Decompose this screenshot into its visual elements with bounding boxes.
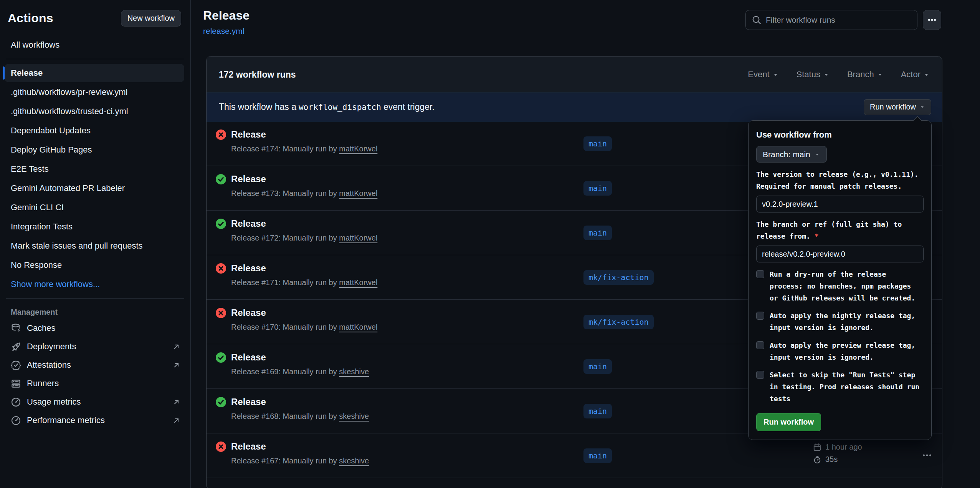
actor-link[interactable]: mattKorwel bbox=[339, 144, 377, 153]
sidebar-management-item[interactable]: Caches bbox=[0, 319, 190, 337]
sidebar-workflow-item[interactable]: Integration Tests bbox=[5, 217, 184, 236]
banner-text: This workflow has aworkflow_dispatcheven… bbox=[219, 102, 435, 112]
run-kebab-button[interactable] bbox=[922, 450, 932, 461]
success-icon bbox=[216, 174, 226, 184]
sidebar-workflow-item[interactable]: Deploy GitHub Pages bbox=[5, 141, 184, 159]
sidebar-divider bbox=[6, 59, 184, 59]
checkbox[interactable] bbox=[756, 312, 764, 320]
sidebar-workflow-item[interactable]: Release bbox=[5, 64, 184, 82]
sidebar-workflow-item[interactable]: Gemini CLI CI bbox=[5, 198, 184, 217]
management-item-label: Caches bbox=[27, 323, 56, 333]
sidebar-item-all-workflows[interactable]: All workflows bbox=[5, 36, 184, 54]
sidebar-workflow-item[interactable]: Dependabot Updates bbox=[5, 121, 184, 140]
runs-count: 172 workflow runs bbox=[219, 70, 296, 80]
run-meta: 1 hour ago 35s bbox=[813, 443, 862, 467]
show-more-workflows-link[interactable]: Show more workflows... bbox=[5, 275, 184, 294]
filter-actor[interactable]: Actor bbox=[901, 70, 930, 80]
management-section-label: Management bbox=[0, 303, 190, 319]
active-indicator bbox=[3, 66, 5, 80]
run-title-link[interactable]: Release bbox=[231, 263, 266, 274]
sidebar-workflow-item[interactable]: Mark stale issues and pull requests bbox=[5, 237, 184, 255]
checkbox[interactable] bbox=[756, 270, 764, 278]
new-workflow-button[interactable]: New workflow bbox=[121, 10, 181, 27]
management-list: Caches Deployments Attestations Runners … bbox=[0, 319, 190, 430]
run-workflow-submit-button[interactable]: Run workflow bbox=[756, 413, 821, 431]
input-label: The version to release (e.g., v0.1.11). … bbox=[756, 168, 924, 192]
filter-event[interactable]: Event bbox=[748, 70, 778, 80]
management-item-label: Deployments bbox=[27, 342, 76, 352]
actor-link[interactable]: mattKorwel bbox=[339, 323, 377, 331]
workflow-file-link[interactable]: release.yml bbox=[203, 27, 244, 36]
stopwatch-icon bbox=[813, 455, 821, 464]
kebab-icon bbox=[927, 15, 937, 25]
sidebar-workflow-item[interactable]: E2E Tests bbox=[5, 160, 184, 178]
server-icon bbox=[11, 378, 21, 389]
sidebar-management-item[interactable]: Usage metrics bbox=[0, 393, 190, 411]
branch-badge[interactable]: mk/fix-action bbox=[583, 270, 654, 285]
branch-badge[interactable]: main bbox=[583, 226, 612, 240]
actor-link[interactable]: skeshive bbox=[339, 412, 369, 420]
sidebar-management-item[interactable]: Runners bbox=[0, 374, 190, 393]
failure-icon bbox=[216, 308, 226, 318]
sidebar-workflow-item[interactable]: Gemini Automated PR Labeler bbox=[5, 179, 184, 198]
branch-badge[interactable]: mk/fix-action bbox=[583, 315, 654, 329]
verified-icon bbox=[11, 360, 21, 370]
run-title-link[interactable]: Release bbox=[231, 397, 266, 407]
workflow-dispatch-code: workflow_dispatch bbox=[296, 103, 383, 112]
sidebar-title: Actions bbox=[8, 11, 53, 25]
workflow-item-label: .github/workflows/pr-review.yml bbox=[11, 87, 127, 97]
failure-icon bbox=[216, 129, 226, 140]
caret-down-icon bbox=[919, 104, 925, 110]
run-workflow-dropdown-button[interactable]: Run workflow bbox=[864, 99, 931, 115]
sidebar-workflow-item[interactable]: No Response bbox=[5, 256, 184, 274]
filter-branch[interactable]: Branch bbox=[847, 70, 883, 80]
filter-runs-input[interactable] bbox=[766, 15, 911, 25]
run-title-link[interactable]: Release bbox=[231, 218, 266, 229]
rocket-icon bbox=[11, 342, 21, 352]
sidebar-divider bbox=[6, 298, 184, 299]
workflow-item-label: E2E Tests bbox=[11, 164, 49, 174]
filter-status[interactable]: Status bbox=[797, 70, 830, 80]
branch-badge[interactable]: main bbox=[583, 448, 612, 463]
sidebar-workflow-item[interactable]: .github/workflows/trusted-ci.yml bbox=[5, 102, 184, 121]
arrow-up-right-icon bbox=[172, 361, 180, 369]
run-title-link[interactable]: Release bbox=[231, 441, 266, 452]
actor-link[interactable]: mattKorwel bbox=[339, 234, 377, 242]
workflow-run-row[interactable]: Release Release #167: Manually run by sk… bbox=[207, 433, 942, 478]
run-duration: 35s bbox=[825, 455, 838, 464]
run-title-link[interactable]: Release bbox=[231, 129, 266, 140]
workflow-item-label: Integration Tests bbox=[11, 222, 73, 232]
workflow-item-label: Release bbox=[11, 68, 43, 78]
branch-badge[interactable]: main bbox=[583, 404, 612, 418]
branch-badge[interactable]: main bbox=[583, 136, 612, 151]
run-title-link[interactable]: Release bbox=[231, 174, 266, 184]
run-title-link[interactable]: Release bbox=[231, 352, 266, 363]
actor-link[interactable]: skeshive bbox=[339, 456, 369, 465]
actor-link[interactable]: skeshive bbox=[339, 367, 369, 376]
runs-filters: Event Status Branch Actor bbox=[748, 70, 930, 80]
checkbox[interactable] bbox=[756, 341, 764, 349]
branch-selector-button[interactable]: Branch: main bbox=[756, 146, 827, 163]
run-title-link[interactable]: Release bbox=[231, 307, 266, 318]
arrow-up-right-icon bbox=[172, 398, 180, 406]
workflow-item-label: Deploy GitHub Pages bbox=[11, 145, 92, 155]
branch-badge[interactable]: main bbox=[583, 359, 612, 374]
sidebar-management-item[interactable]: Deployments bbox=[0, 337, 190, 356]
input-label: The branch or ref (full git sha) to rele… bbox=[756, 218, 924, 242]
management-item-label: Performance metrics bbox=[27, 415, 105, 425]
sidebar-management-item[interactable]: Attestations bbox=[0, 356, 190, 374]
checkbox[interactable] bbox=[756, 371, 764, 379]
branch-badge[interactable]: main bbox=[583, 181, 612, 196]
workflow-input[interactable] bbox=[756, 196, 924, 212]
checkbox-row: Run a dry-run of the release process; no… bbox=[756, 268, 924, 304]
checkbox-row: Select to skip the "Run Tests" step in t… bbox=[756, 369, 924, 405]
workflow-item-label: Gemini CLI CI bbox=[11, 203, 64, 212]
actor-link[interactable]: mattKorwel bbox=[339, 278, 377, 287]
actor-link[interactable]: mattKorwel bbox=[339, 189, 377, 198]
sidebar-workflow-item[interactable]: .github/workflows/pr-review.yml bbox=[5, 83, 184, 101]
calendar-icon bbox=[813, 443, 821, 451]
workflow-dispatch-banner: This workflow has aworkflow_dispatcheven… bbox=[207, 93, 942, 121]
sidebar-management-item[interactable]: Performance metrics bbox=[0, 411, 190, 430]
workflow-input[interactable] bbox=[756, 246, 924, 262]
workflow-options-kebab-button[interactable] bbox=[923, 10, 941, 30]
